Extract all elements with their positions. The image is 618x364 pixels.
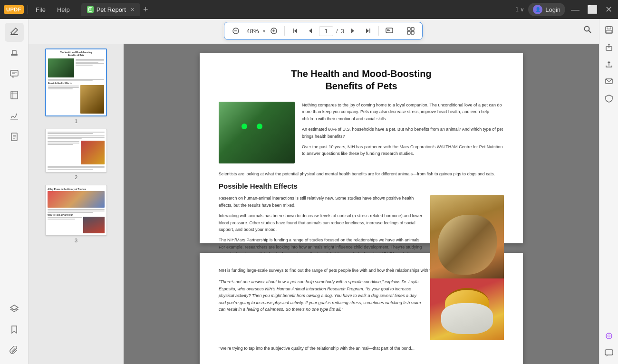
zoom-in-btn[interactable]	[267, 24, 280, 38]
thumbnail-page-2[interactable]: 2	[45, 129, 107, 180]
doc-page-1: The Health and Mood-BoostingBenefits of …	[200, 53, 523, 243]
thumbnail-box-2	[45, 129, 107, 172]
svg-marker-25	[11, 28, 18, 35]
thumbnail-num-3: 3	[75, 238, 77, 243]
login-button[interactable]: 👤 Login	[528, 3, 565, 16]
page2-dog-image	[430, 278, 504, 340]
top-bar-right: 1 ∨ 👤 Login — ⬜ ✕	[515, 3, 614, 16]
sidebar-icon-annotate[interactable]	[5, 65, 24, 84]
pet-report-tab[interactable]: Pet Report ×	[81, 3, 140, 16]
right-sidebar-protect[interactable]	[602, 91, 616, 105]
page1-body: Scientists are looking at what the poten…	[219, 171, 504, 177]
sidebar-icon-attachment[interactable]	[5, 341, 24, 360]
page-total: 3	[341, 28, 344, 35]
page-separator: /	[336, 28, 338, 35]
new-tab-btn[interactable]: +	[143, 5, 148, 15]
content-area: The Health and Mood-BoostingBenefits of …	[29, 19, 599, 364]
user-avatar: 👤	[533, 5, 542, 14]
section1-title: Possible Health Effects	[219, 182, 504, 190]
search-btn[interactable]	[581, 23, 594, 36]
left-sidebar	[0, 19, 29, 364]
svg-line-23	[589, 30, 591, 33]
tab-doc-icon	[87, 6, 94, 13]
sidebar-icon-edit[interactable]	[5, 23, 24, 42]
doc-viewer[interactable]: The Health and Mood-BoostingBenefits of …	[124, 44, 599, 364]
toolbar: 48% ▾ / 3	[224, 22, 423, 40]
close-btn[interactable]: ✕	[603, 4, 614, 15]
thumbnail-num-1: 1	[75, 118, 77, 124]
toolbar-divider-1	[284, 26, 285, 36]
minimize-btn[interactable]: —	[569, 5, 581, 15]
sidebar-icon-layers[interactable]	[5, 299, 24, 318]
thumbnail-num-2: 2	[75, 174, 77, 180]
page1-intro-text: Nothing compares to the joy of coming ho…	[302, 102, 504, 163]
thumbnail-page-3[interactable]: A Key Phase in the History of Tourism Wh…	[45, 185, 107, 243]
version-label[interactable]: 1 ∨	[515, 6, 524, 13]
svg-rect-32	[11, 91, 18, 99]
page1-p3: Over the past 10 years, NIH has partnere…	[302, 144, 504, 157]
svg-marker-42	[12, 326, 17, 333]
page1-p1: Nothing compares to the joy of coming ho…	[302, 102, 504, 122]
svg-marker-10	[309, 29, 312, 33]
svg-rect-18	[407, 28, 410, 30]
section1-p2: Interacting with animals has been shown …	[219, 212, 423, 233]
page2-quote: "There's not one answer about how a pet …	[219, 278, 423, 313]
comment-btn[interactable]	[383, 24, 396, 38]
sidebar-icon-bookmark[interactable]	[5, 320, 24, 339]
thumbnail-box-3: A Key Phase in the History of Tourism Wh…	[45, 185, 107, 236]
page2-content: "There's not one answer about how a pet …	[219, 278, 504, 340]
sidebar-icon-sign[interactable]	[5, 106, 24, 125]
right-sidebar-email[interactable]	[602, 74, 616, 88]
maximize-btn[interactable]: ⬜	[585, 4, 599, 15]
nav-prev-btn[interactable]	[304, 24, 317, 38]
top-bar: UPDF File Help Pet Report × + 1 ∨ 👤 Logi…	[0, 0, 618, 19]
sidebar-icon-stamp[interactable]	[5, 44, 24, 63]
toolbar-divider-3	[400, 26, 400, 36]
search-area	[581, 23, 594, 36]
right-sidebar	[599, 19, 618, 364]
toolbar-area: 48% ▾ / 3	[29, 19, 618, 43]
cat-eyes	[241, 124, 262, 129]
page-control: / 3	[319, 26, 344, 36]
nav-last-btn[interactable]	[361, 24, 375, 38]
thumbnail-page-1[interactable]: The Health and Mood-BoostingBenefits of …	[45, 48, 107, 124]
nav-first-btn[interactable]	[289, 24, 302, 38]
app-logo[interactable]: UPDF	[4, 5, 24, 14]
page1-cat-image	[219, 102, 295, 163]
right-sidebar-chat[interactable]	[602, 346, 616, 360]
page1-intro: Nothing compares to the joy of coming ho…	[219, 102, 504, 163]
svg-rect-53	[605, 350, 613, 355]
cat-eye-left	[241, 124, 247, 129]
svg-marker-12	[366, 29, 369, 33]
sidebar-icon-book[interactable]	[5, 86, 24, 105]
right-sidebar-ai[interactable]	[602, 329, 616, 343]
svg-marker-48	[608, 44, 610, 45]
zoom-out-btn[interactable]	[229, 24, 242, 38]
svg-rect-19	[411, 28, 414, 30]
svg-marker-11	[351, 29, 354, 33]
nav-next-btn[interactable]	[346, 24, 359, 38]
thumbnail-box-1: The Health and Mood-BoostingBenefits of …	[45, 48, 107, 116]
page2-text: "There's not one answer about how a pet …	[219, 278, 423, 340]
login-label: Login	[545, 6, 560, 13]
svg-rect-24	[10, 34, 18, 35]
right-sidebar-share[interactable]	[602, 57, 616, 71]
menu-help[interactable]: Help	[53, 4, 74, 15]
svg-rect-20	[407, 31, 410, 34]
page-input[interactable]	[319, 26, 333, 36]
page2-bottom: "We're trying to tap into the subjective…	[219, 345, 504, 352]
svg-rect-21	[411, 31, 414, 34]
tab-title: Pet Report	[97, 6, 126, 13]
zoom-value: 48%	[244, 28, 261, 35]
section1-p1: Research on human-animal interactions is…	[219, 195, 423, 209]
dog-hat-decoration	[430, 278, 504, 340]
page1-title: The Health and Mood-BoostingBenefits of …	[219, 67, 504, 92]
page2-p2: "We're trying to tap into the subjective…	[219, 345, 504, 352]
sidebar-icon-pages[interactable]	[5, 127, 24, 146]
menu-file[interactable]: File	[32, 4, 49, 15]
zoom-dropdown[interactable]: ▾	[263, 29, 265, 34]
toolbar-divider-2	[378, 26, 379, 36]
tab-close-btn[interactable]: ×	[131, 6, 135, 13]
svg-marker-8	[294, 29, 297, 33]
view-toggle-btn[interactable]	[404, 24, 417, 38]
